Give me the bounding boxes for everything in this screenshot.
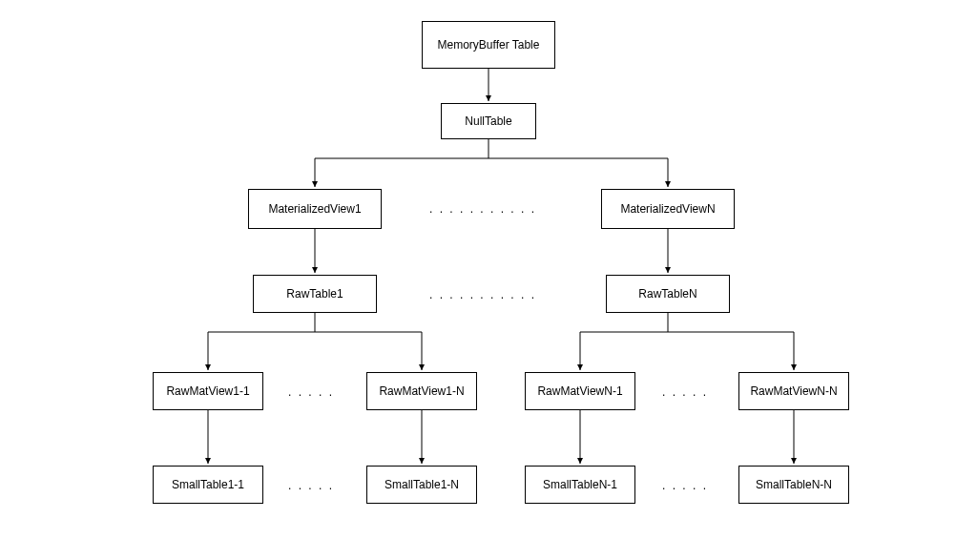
dots-mv-row: . . . . . . . . . . . (429, 202, 536, 216)
node-rawmatview-n-n: RawMatViewN-N (738, 372, 849, 410)
node-rawmatview-1-1: RawMatView1-1 (153, 372, 263, 410)
node-rawmatview-1-n: RawMatView1-N (366, 372, 477, 410)
dots-raw-row: . . . . . . . . . . . (429, 288, 536, 301)
dots-rmv-right: . . . . . (662, 385, 708, 399)
dots-smalltable-left: . . . . . (288, 479, 334, 492)
node-small-table-1-1: SmallTable1-1 (153, 466, 263, 504)
node-materialized-view-n: MaterializedViewN (601, 189, 735, 229)
node-raw-table-1: RawTable1 (253, 275, 377, 313)
dots-smalltable-right: . . . . . (662, 479, 708, 492)
node-memorybuffer-table: MemoryBuffer Table (422, 21, 555, 69)
node-null-table: NullTable (441, 103, 536, 139)
node-small-table-n-1: SmallTableN-1 (525, 466, 635, 504)
diagram-stage: { "nodes": { "root": "MemoryBuffer Table… (0, 0, 977, 560)
node-raw-table-n: RawTableN (606, 275, 730, 313)
node-rawmatview-n-1: RawMatViewN-1 (525, 372, 635, 410)
node-small-table-n-n: SmallTableN-N (738, 466, 849, 504)
node-materialized-view-1: MaterializedView1 (248, 189, 382, 229)
node-small-table-1-n: SmallTable1-N (366, 466, 477, 504)
dots-rmv-left: . . . . . (288, 385, 334, 399)
